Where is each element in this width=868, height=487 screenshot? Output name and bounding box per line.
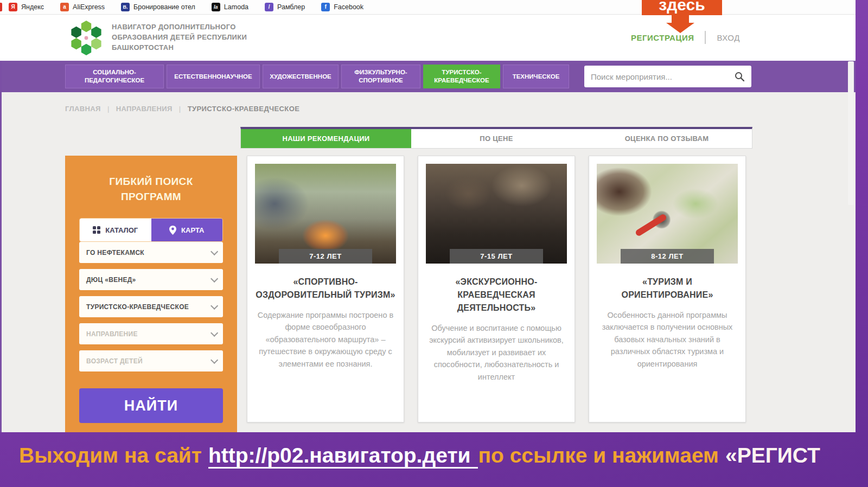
nav-category-art[interactable]: ХУДОЖЕСТВЕННОЕ — [263, 65, 339, 88]
lamoda-icon: la — [212, 3, 220, 11]
bookmark-yandex[interactable]: Я Яндекс — [9, 3, 44, 11]
callout-arrow-stem — [672, 15, 689, 23]
filter-municipality[interactable]: ГО НЕФТЕКАМСК — [79, 242, 223, 263]
chevron-down-icon — [210, 329, 218, 336]
card-photo-compass-map: 8-12 ЛЕТ — [597, 164, 738, 264]
toggle-catalog-label: КАТАЛОГ — [105, 226, 138, 234]
breadcrumb: ГЛАВНАЯ | НАПРАВЛЕНИЯ | ТУРИСТСКО-КРАЕВЕ… — [65, 105, 299, 113]
nav-category-technical[interactable]: ТЕХНИЧЕСКОЕ — [503, 65, 569, 88]
site-header: НАВИГАТОР ДОПОЛНИТЕЛЬНОГО ОБРАЗОВАНИЯ ДЕ… — [0, 15, 856, 61]
filter-organization[interactable]: ДЮЦ «ВЕНЕД» — [79, 269, 223, 290]
chevron-down-icon — [210, 274, 218, 282]
filter-value: ДЮЦ «ВЕНЕД» — [86, 276, 136, 284]
filter-value: НАПРАВЛЕНИЕ — [86, 330, 138, 338]
card-title[interactable]: «ТУРИЗМ И ОРИЕНТИРОВАНИЕ» — [597, 275, 738, 302]
bookmark-label: Facebook — [334, 3, 363, 11]
site-title: НАВИГАТОР ДОПОЛНИТЕЛЬНОГО ОБРАЗОВАНИЯ ДЕ… — [112, 22, 259, 53]
bookmark-aliexpress[interactable]: a AliExpress — [60, 3, 105, 11]
program-card-sport-tourism[interactable]: 7-12 ЛЕТ «СПОРТИВНО-ОЗДОРОВИТЕЛЬНЫЙ ТУРИ… — [247, 156, 404, 422]
flexible-search-sidebar: ГИБКИЙ ПОИСК ПРОГРАММ КАТАЛОГ КАРТА ГО Н… — [65, 156, 237, 432]
age-badge: 8-12 ЛЕТ — [621, 249, 714, 264]
booking-icon: B. — [121, 3, 130, 11]
chevron-down-icon — [210, 356, 218, 363]
page-left-edge — [0, 61, 2, 432]
filter-profile[interactable]: ТУРИСТСКО-КРАЕВЕДЧЕСКОЕ — [79, 296, 223, 317]
search-icon[interactable] — [734, 71, 745, 82]
category-nav-bar: СОЦИАЛЬНО-ПЕДАГОГИЧЕСКОЕ ЕСТЕСТВЕННОНАУЧ… — [0, 61, 856, 92]
bookmark-label: Lamoda — [224, 3, 248, 11]
banner-text-after: по ссылке и нажимаем — [478, 444, 718, 467]
nav-category-natural-science[interactable]: ЕСТЕСТВЕННОНАУЧНОЕ — [167, 65, 260, 88]
search-input[interactable] — [591, 72, 734, 81]
catalog-grid-icon — [93, 226, 100, 234]
toggle-map-label: КАРТА — [181, 226, 204, 234]
login-link[interactable]: ВХОД — [717, 33, 739, 42]
card-description: Особенность данной программы заключается… — [597, 309, 738, 370]
program-cards: 7-12 ЛЕТ «СПОРТИВНО-ОЗДОРОВИТЕЛЬНЫЙ ТУРИ… — [247, 156, 747, 422]
breadcrumb-separator: | — [179, 105, 181, 113]
sort-tabs: НАШИ РЕКОМЕНДАЦИИ ПО ЦЕНЕ ОЦЕНКА ПО ОТЗЫ… — [240, 127, 752, 149]
aliexpress-icon: a — [60, 3, 69, 11]
yandex-icon: Я — [9, 3, 17, 11]
rambler-icon: / — [265, 3, 273, 11]
instruction-banner: Выходим на сайтhttp://p02.навигатор.дети… — [19, 444, 820, 467]
compass-strap — [634, 213, 667, 237]
breadcrumb-directions[interactable]: НАПРАВЛЕНИЯ — [116, 105, 173, 113]
bookmark-label: Яндекс — [21, 3, 44, 11]
chevron-down-icon — [210, 247, 218, 255]
toggle-catalog[interactable]: КАТАЛОГ — [80, 219, 151, 241]
breadcrumb-current: ТУРИСТСКО-КРАЕВЕДЧЕСКОЕ — [188, 105, 300, 113]
toggle-map[interactable]: КАРТА — [151, 219, 223, 241]
card-description: Обучение и воспитание с помощью экскурси… — [426, 322, 567, 383]
age-badge: 7-15 ЛЕТ — [450, 249, 543, 264]
browser-scrollbar-thumb[interactable] — [848, 61, 854, 205]
view-toggle: КАТАЛОГ КАРТА — [79, 218, 223, 242]
tab-by-price[interactable]: ПО ЦЕНЕ — [411, 129, 582, 148]
filter-value: ГО НЕФТЕКАМСК — [86, 249, 144, 257]
age-badge: 7-12 ЛЕТ — [279, 249, 372, 264]
bookmark-label: Бронирование отел — [133, 3, 195, 11]
website-screenshot: Я Яндекс a AliExpress B. Бронирование от… — [0, 0, 856, 432]
partial-favicon — [0, 3, 2, 11]
nav-category-social-pedagogical[interactable]: СОЦИАЛЬНО-ПЕДАГОГИЧЕСКОЕ — [65, 65, 164, 88]
nav-category-sport[interactable]: ФИЗКУЛЬТУРНО-СПОРТИВНОЕ — [341, 65, 420, 88]
page: Я Яндекс a AliExpress B. Бронирование от… — [0, 0, 868, 487]
bookmark-facebook[interactable]: f Facebook — [321, 3, 363, 11]
browser-bookmarks-bar: Я Яндекс a AliExpress B. Бронирование от… — [0, 0, 856, 15]
chevron-down-icon — [210, 302, 218, 309]
callout-arrow-down-icon — [666, 23, 694, 33]
filter-direction[interactable]: НАПРАВЛЕНИЕ — [79, 323, 223, 344]
card-title[interactable]: «СПОРТИВНО-ОЗДОРОВИТЕЛЬНЫЙ ТУРИЗМ» — [255, 275, 396, 302]
card-photo-museum: 7-15 ЛЕТ — [426, 164, 567, 264]
register-link[interactable]: РЕГИСТРАЦИЯ — [631, 33, 694, 42]
event-search-box — [584, 66, 751, 87]
bookmark-rambler[interactable]: / Рамблер — [265, 3, 305, 11]
sidebar-title: ГИБКИЙ ПОИСК ПРОГРАММ — [94, 174, 208, 204]
breadcrumb-separator: | — [107, 105, 110, 113]
card-photo-campfire: 7-12 ЛЕТ — [255, 164, 396, 264]
auth-divider — [705, 31, 706, 44]
bookmark-label: Рамблер — [277, 3, 305, 11]
card-title[interactable]: «ЭКСКУРСИОННО-КРАЕВЕДЧЕСКАЯ ДЕЯТЕЛЬНОСТЬ… — [426, 275, 567, 315]
tab-by-reviews[interactable]: ОЦЕНКА ПО ОТЗЫВАМ — [582, 129, 752, 148]
bookmark-label: AliExpress — [73, 3, 105, 11]
filter-value: ТУРИСТСКО-КРАЕВЕДЧЕСКОЕ — [86, 303, 189, 311]
tab-recommendations[interactable]: НАШИ РЕКОМЕНДАЦИИ — [241, 129, 411, 148]
facebook-icon: f — [321, 3, 330, 11]
find-button[interactable]: НАЙТИ — [79, 388, 223, 423]
callout-here-label: здесь — [642, 0, 722, 15]
banner-site-link[interactable]: http://p02.навигатор.дети — [208, 444, 478, 469]
breadcrumb-home[interactable]: ГЛАВНАЯ — [65, 105, 101, 113]
banner-text-before: Выходим на сайт — [19, 444, 202, 467]
program-card-orienteering[interactable]: 8-12 ЛЕТ «ТУРИЗМ И ОРИЕНТИРОВАНИЕ» Особе… — [589, 156, 746, 422]
nav-category-tourism-active[interactable]: ТУРИСТСКО-КРАЕВЕДЧЕСКОЕ — [423, 65, 500, 88]
program-card-excursion[interactable]: 7-15 ЛЕТ «ЭКСКУРСИОННО-КРАЕВЕДЧЕСКАЯ ДЕЯ… — [418, 156, 575, 422]
card-description: Содержание программы построено в форме с… — [255, 309, 396, 370]
filter-children-age[interactable]: ВОЗРАСТ ДЕТЕЙ — [79, 350, 223, 371]
bookmark-lamoda[interactable]: la Lamoda — [212, 3, 248, 11]
site-logo-hexagon-icon[interactable] — [69, 19, 103, 57]
banner-text-truncated: «РЕГИСТ — [725, 444, 820, 467]
bookmark-booking[interactable]: B. Бронирование отел — [121, 3, 195, 11]
filter-value: ВОЗРАСТ ДЕТЕЙ — [86, 357, 143, 365]
map-pin-icon — [169, 226, 176, 235]
